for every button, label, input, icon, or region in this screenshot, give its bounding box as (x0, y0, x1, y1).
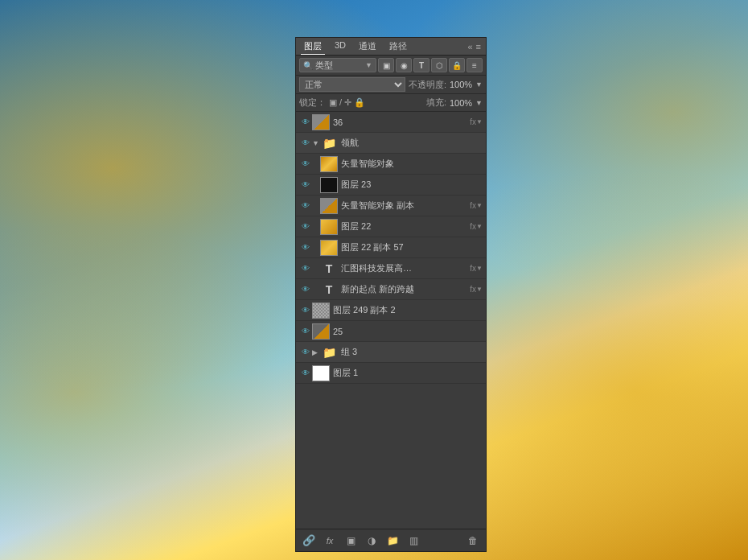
filter-toolbar-row: 🔍 类型 ▼ ▣ ◉ T ⬡ 🔒 ≡ (296, 56, 486, 76)
eye-icon[interactable]: 👁 (299, 241, 312, 254)
eye-icon[interactable]: 👁 (299, 367, 312, 380)
eye-icon[interactable]: 👁 (299, 158, 312, 171)
layer-name: 矢量智能对象 副本 (341, 200, 468, 212)
layer-thumbnail (320, 177, 338, 193)
new-group-icon[interactable]: 📁 (384, 535, 401, 546)
layer-group-item[interactable]: 👁 ▼ 📁 领航 (296, 133, 486, 154)
panel-menu-icon[interactable]: ≡ (476, 42, 481, 51)
layer-name: 汇图科技发展高… (341, 262, 468, 274)
layer-fx-label[interactable]: fx (470, 117, 476, 126)
lock-label: 锁定： (299, 97, 326, 109)
blend-mode-select[interactable]: 正常 (299, 77, 405, 92)
layer-fx-arrow[interactable]: ▼ (476, 223, 483, 230)
adjustment-layer-icon[interactable]: ◑ (364, 535, 380, 546)
search-icon: 🔍 (303, 61, 313, 70)
filter-adjust-icon[interactable]: ◉ (396, 58, 412, 72)
fill-arrow[interactable]: ▼ (475, 99, 483, 107)
filter-menu-icon[interactable]: ≡ (466, 58, 483, 72)
layer-item[interactable]: 👁 矢量智能对象 副本 fx ▼ (296, 196, 486, 216)
group-arrow[interactable]: ▶ (312, 348, 320, 356)
eye-icon[interactable]: 👁 (299, 137, 312, 150)
fill-value: 100% (450, 98, 472, 108)
layer-name: 图层 23 (341, 179, 483, 191)
new-layer-mask-icon[interactable]: ▣ (343, 535, 359, 546)
layer-item[interactable]: 👁 T 新的起点 新的跨越 fx ▼ (296, 279, 486, 300)
eye-icon[interactable]: 👁 (299, 304, 312, 317)
eye-icon[interactable]: 👁 (299, 262, 312, 275)
layer-name: 25 (333, 327, 483, 336)
layer-name: 图层 22 (341, 220, 468, 233)
layer-thumbnail (320, 240, 338, 256)
layer-thumbnail (312, 365, 330, 381)
layers-panel: 图层 3D 通道 路径 « ≡ 🔍 类型 ▼ ▣ ◉ T ⬡ 🔒 ≡ 正常 不透… (295, 37, 487, 552)
layer-thumbnail (320, 156, 338, 172)
layer-fx-arrow[interactable]: ▼ (476, 286, 483, 293)
layer-thumbnail (312, 303, 330, 319)
layer-thumbnail: T (320, 282, 338, 298)
collapse-icon[interactable]: « (467, 42, 472, 51)
layer-name: 新的起点 新的跨越 (341, 283, 468, 295)
lock-move-icon[interactable]: ✛ (344, 97, 351, 108)
eye-icon[interactable]: 👁 (299, 346, 312, 359)
layer-fx-label[interactable]: fx (470, 285, 476, 294)
layer-thumbnail (320, 198, 338, 214)
layer-name: 图层 249 副本 2 (333, 304, 483, 316)
lock-icons-group: ▣ / ✛ 🔒 (329, 97, 423, 108)
layer-fx-label[interactable]: fx (470, 264, 476, 273)
layer-name: 领航 (341, 137, 483, 149)
tab-paths[interactable]: 路径 (386, 39, 410, 55)
lock-pixel-icon[interactable]: ▣ (329, 97, 337, 108)
layer-item[interactable]: 👁 36 fx ▼ (296, 112, 486, 133)
layer-group-item[interactable]: 👁 ▶ 📁 组 3 (296, 342, 486, 363)
opacity-label: 不透明度: (409, 79, 446, 91)
panel-title-bar: 图层 3D 通道 路径 « ≡ (296, 38, 486, 56)
filter-pixel-icon[interactable]: ▣ (378, 58, 394, 72)
filter-smart-icon[interactable]: 🔒 (449, 58, 465, 72)
opacity-arrow[interactable]: ▼ (475, 80, 483, 89)
layer-thumbnail (320, 219, 338, 235)
layer-item[interactable]: 👁 图层 23 (296, 175, 486, 196)
layer-item[interactable]: 👁 图层 22 fx ▼ (296, 216, 486, 237)
filter-text-icon[interactable]: T (413, 58, 429, 72)
fill-label: 填充: (426, 97, 446, 109)
layer-item[interactable]: 👁 矢量智能对象 (296, 154, 486, 175)
delete-layer-icon[interactable]: 🗑 (465, 535, 481, 546)
new-layer-icon[interactable]: ▥ (405, 535, 421, 546)
link-icon[interactable]: 🔗 (301, 534, 317, 546)
eye-icon[interactable]: 👁 (299, 325, 312, 338)
eye-icon[interactable]: 👁 (299, 116, 312, 129)
fx-button[interactable]: fx (322, 536, 338, 546)
tab-channels[interactable]: 通道 (356, 39, 380, 55)
layer-item[interactable]: 👁 图层 1 (296, 363, 486, 384)
layer-fx-arrow[interactable]: ▼ (476, 265, 483, 272)
layer-name: 组 3 (341, 346, 483, 358)
filter-dropdown-arrow[interactable]: ▼ (365, 61, 372, 69)
eye-icon[interactable]: 👁 (299, 179, 312, 191)
layer-item[interactable]: 👁 图层 249 副本 2 (296, 300, 486, 321)
group-arrow[interactable]: ▼ (312, 139, 320, 147)
eye-icon[interactable]: 👁 (299, 220, 312, 233)
search-box[interactable]: 🔍 类型 ▼ (299, 58, 376, 72)
layer-item[interactable]: 👁 图层 22 副本 57 (296, 237, 486, 258)
layer-fx-arrow[interactable]: ▼ (476, 202, 483, 209)
folder-thumbnail: 📁 (320, 344, 338, 360)
layer-name: 图层 22 副本 57 (341, 241, 483, 253)
layer-thumbnail: T (320, 261, 338, 277)
layer-item[interactable]: 👁 25 (296, 321, 486, 342)
tab-3d[interactable]: 3D (331, 39, 349, 55)
lock-draw-icon[interactable]: / (339, 97, 342, 108)
layer-name: 36 (333, 117, 468, 127)
bottom-toolbar: 🔗 fx ▣ ◑ 📁 ▥ 🗑 (296, 529, 486, 551)
filter-shape-icon[interactable]: ⬡ (431, 58, 447, 72)
layer-fx-label[interactable]: fx (470, 201, 476, 210)
layers-list[interactable]: 👁 36 fx ▼ 👁 ▼ 📁 领航 👁 矢量智能对象 👁 图层 23 (296, 112, 486, 529)
lock-all-icon[interactable]: 🔒 (354, 97, 365, 108)
layer-fx-arrow[interactable]: ▼ (476, 118, 483, 126)
layer-item[interactable]: 👁 T 汇图科技发展高… fx ▼ (296, 258, 486, 279)
opacity-value: 100% (450, 80, 472, 89)
layer-thumbnail (312, 323, 330, 340)
eye-icon[interactable]: 👁 (299, 200, 312, 212)
layer-fx-label[interactable]: fx (470, 222, 476, 231)
eye-icon[interactable]: 👁 (299, 283, 312, 296)
tab-layers[interactable]: 图层 (301, 39, 325, 55)
